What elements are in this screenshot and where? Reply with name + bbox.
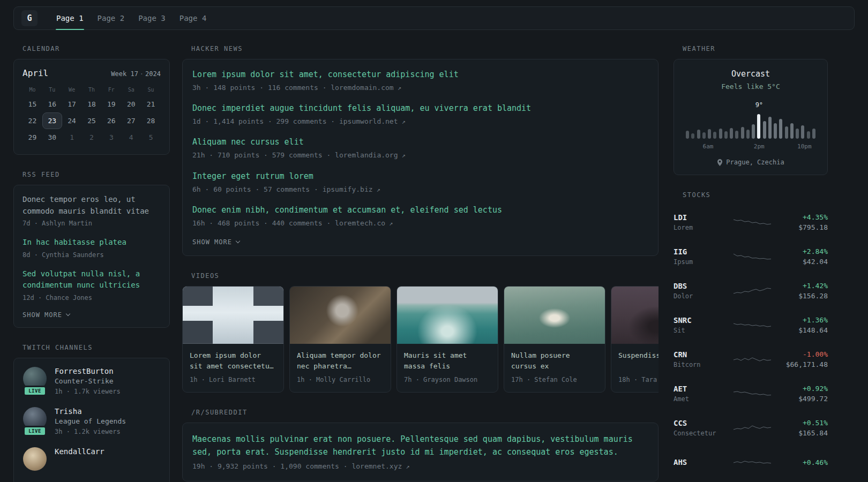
video-thumbnail[interactable] [611, 287, 659, 344]
video-card[interactable]: Mauris sit amet massa felis7h · Grayson … [396, 286, 498, 393]
video-card-body: Aliquam tempor dolor nec pharetra…1h · M… [290, 344, 391, 392]
stock-name: Consectetur [674, 430, 724, 437]
subreddit-post-title[interactable]: Maecenas mollis pulvinar erat non posuer… [192, 433, 648, 458]
tab-page-4[interactable]: Page 4 [173, 7, 214, 29]
video-card[interactable]: Lorem ipsum dolor sit amet consectetu…1h… [182, 286, 284, 393]
videos-row: Lorem ipsum dolor sit amet consectetu…1h… [182, 286, 659, 393]
video-card[interactable]: Nullam posuere cursus ex17h · Stefan Col… [504, 286, 605, 393]
weather-bar [779, 119, 782, 139]
video-title[interactable]: Mauris sit amet massa felis [404, 350, 491, 372]
stock-values: +1.42%$156.28 [781, 282, 828, 300]
video-title[interactable]: Aliquam tempor dolor nec pharetra… [297, 350, 384, 372]
video-thumbnail[interactable] [397, 287, 498, 344]
subreddit-post-meta: 19h · 9,932 points · 1,090 comments · lo… [192, 462, 648, 471]
stock-id: DBSDolor [674, 282, 724, 300]
rss-item-title[interactable]: Sed volutpat nulla nisl, a condimentum n… [23, 268, 161, 291]
hackernews-item-domain[interactable]: ipsumworld.net [339, 117, 406, 125]
stock-row: CRNBitcorn-1.00%$66,171.48 [674, 342, 828, 376]
stock-values: +0.46% [781, 458, 828, 466]
video-title[interactable]: Lorem ipsum dolor sit amet consectetu… [190, 350, 276, 372]
weather-bar [735, 131, 738, 139]
calendar-day: 29 [23, 129, 42, 146]
stock-values: +1.36%$148.64 [781, 316, 828, 334]
rss-show-more-button[interactable]: SHOW MORE [23, 311, 161, 319]
twitch-channel[interactable]: LIVETrishaLeague of Legends3h · 1.2k vie… [23, 407, 161, 436]
video-card[interactable]: Suspendisse diam18h · Tara [611, 286, 659, 393]
hackernews-item-title[interactable]: Lorem ipsum dolor sit amet, consectetur … [192, 69, 648, 80]
twitch-channel-name[interactable]: ForrestBurton [55, 367, 121, 375]
calendar-day: 5 [141, 129, 161, 146]
hackernews-list: Lorem ipsum dolor sit amet, consectetur … [192, 69, 648, 228]
hackernews-widget: HACKER NEWS Lorem ipsum dolor sit amet, … [182, 45, 659, 256]
videos-widget: VIDEOS Lorem ipsum dolor sit amet consec… [182, 272, 659, 393]
subreddit-post-domain[interactable]: loremnet.xyz [351, 462, 409, 470]
stock-values: +4.35%$795.18 [781, 213, 828, 231]
stock-price: $66,171.48 [781, 360, 828, 368]
hackernews-item-domain[interactable]: loremdomain.com [331, 84, 401, 92]
hackernews-item-domain[interactable]: loremtech.co [335, 219, 393, 227]
video-title[interactable]: Suspendisse diam [618, 350, 659, 372]
stock-change: -1.00% [781, 350, 828, 358]
video-thumbnail[interactable] [183, 287, 283, 344]
stock-symbol: AHS [674, 458, 724, 466]
stock-name: Bitcorn [674, 361, 724, 368]
hackernews-item-title[interactable]: Donec imperdiet augue tincidunt felis al… [192, 103, 648, 114]
topbar: G Page 1Page 2Page 3Page 4 [13, 6, 855, 30]
video-meta: 18h · Tara [618, 375, 659, 385]
subreddit-section-title: /R/SUBREDDIT [191, 409, 659, 416]
video-card-body: Lorem ipsum dolor sit amet consectetu…1h… [183, 344, 283, 392]
twitch-channel-name[interactable]: KendallCarr [55, 447, 104, 456]
stock-symbol: CCS [674, 419, 724, 427]
hackernews-item-domain[interactable]: loremlandia.org [335, 151, 406, 159]
video-card-body: Suspendisse diam18h · Tara [611, 344, 659, 392]
video-card[interactable]: Aliquam tempor dolor nec pharetra…1h · M… [289, 286, 391, 393]
hackernews-item-domain[interactable]: ipsumify.biz [323, 185, 380, 193]
stock-price: $156.28 [781, 292, 828, 300]
weather-time-label: 2pm [754, 143, 765, 150]
hackernews-item-title[interactable]: Aliquam nec cursus elit [192, 137, 648, 148]
stock-sparkline [724, 352, 781, 366]
stock-name: Amet [674, 395, 724, 403]
stock-row: AETAmet+0.92%$499.72 [674, 376, 828, 411]
hackernews-item-title[interactable]: Integer eget rutrum lorem [192, 171, 648, 182]
stock-change: +0.92% [781, 385, 828, 393]
hackernews-show-more-button[interactable]: SHOW MORE [192, 238, 648, 246]
stock-symbol: IIG [674, 247, 724, 256]
tab-page-1[interactable]: Page 1 [49, 7, 91, 29]
stock-sparkline [724, 455, 781, 469]
stock-id: CRNBitcorn [674, 350, 724, 368]
hackernews-item: Integer eget rutrum lorem6h · 60 points … [192, 171, 648, 194]
twitch-channel[interactable]: LIVEForrestBurtonCounter-Strike1h · 1.7k… [23, 367, 161, 396]
weather-widget: WEATHER Overcast Feels like 5°C 9° 6am2p… [674, 45, 828, 175]
twitch-channel-info: TrishaLeague of Legends3h · 1.2k viewers [55, 407, 126, 436]
stock-id: AETAmet [674, 385, 724, 403]
rss-item: Sed volutpat nulla nisl, a condimentum n… [23, 268, 161, 303]
weather-bar [713, 132, 716, 139]
dashboard-content: CALENDAR April Week 17·2024 MoTuWeThFrSa… [0, 30, 868, 482]
twitch-channel-name[interactable]: Trisha [55, 407, 126, 416]
calendar-dow-label: Th [82, 84, 102, 96]
rss-item-title[interactable]: In hac habitasse platea [23, 237, 161, 248]
chevron-down-icon [66, 312, 70, 316]
weather-bar [790, 123, 794, 139]
stock-sparkline [724, 318, 781, 332]
weather-bar [746, 130, 750, 139]
tab-page-3[interactable]: Page 3 [131, 7, 173, 29]
stock-price: $165.84 [781, 429, 828, 437]
video-title[interactable]: Nullam posuere cursus ex [511, 350, 598, 372]
hackernews-item-title[interactable]: Donec enim nibh, condimentum et accumsan… [192, 205, 648, 216]
weather-bar [741, 127, 744, 139]
weather-bar [724, 131, 728, 139]
twitch-widget: TWITCH CHANNELS LIVEForrestBurtonCounter… [13, 344, 170, 482]
weather-bar [768, 117, 772, 139]
weather-bar [702, 132, 706, 139]
rss-item-title[interactable]: Donec tempor eros leo, ut commodo mauris… [23, 194, 161, 217]
stock-symbol: CRN [674, 350, 724, 359]
weather-bar [730, 128, 733, 139]
video-thumbnail[interactable] [504, 287, 605, 344]
twitch-channel[interactable]: KendallCarr [23, 447, 161, 471]
tab-page-2[interactable]: Page 2 [91, 7, 132, 29]
calendar-day: 26 [101, 112, 121, 129]
app-logo[interactable]: G [21, 10, 38, 26]
video-thumbnail[interactable] [290, 287, 391, 344]
